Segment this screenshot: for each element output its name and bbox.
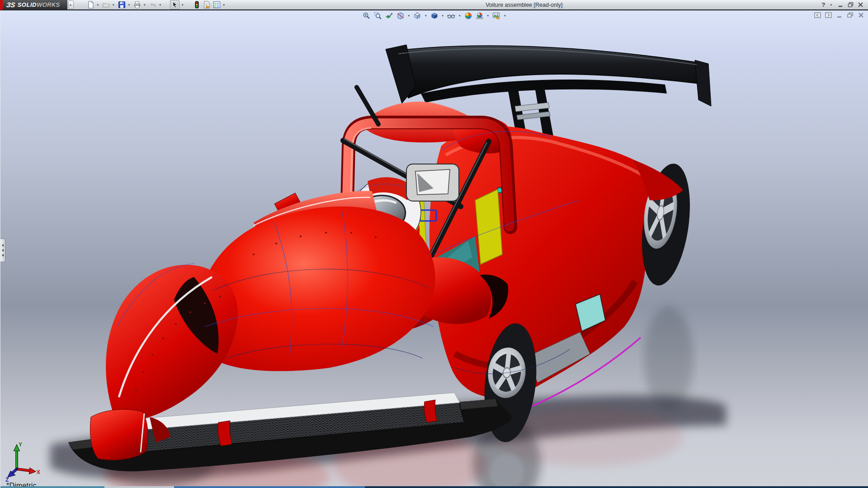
menu-flyout-arrow[interactable]: ▸ bbox=[68, 0, 74, 9]
help-dropdown[interactable]: ▾ bbox=[830, 3, 832, 7]
open-document-button[interactable] bbox=[102, 0, 110, 9]
close-icon bbox=[858, 2, 863, 8]
graphics-viewport[interactable]: ▾ ▾ ▾ ▾ ▾ ▾ bbox=[0, 10, 868, 488]
undo-icon bbox=[149, 1, 157, 9]
select-tool-button[interactable] bbox=[170, 0, 179, 9]
heads-up-view-toolbar: ▾ ▾ ▾ ▾ ▾ ▾ bbox=[362, 11, 506, 20]
triad-x-label: X bbox=[37, 469, 40, 475]
zoom-to-area-button[interactable] bbox=[373, 11, 382, 20]
section-view-dropdown[interactable]: ▾ bbox=[408, 14, 410, 18]
file-properties-icon bbox=[203, 1, 211, 9]
document-window-controls bbox=[814, 12, 864, 18]
chevron-left-icon bbox=[2, 244, 4, 247]
window-controls: ? ▾ bbox=[822, 1, 868, 8]
titlebar: ЗSSOLIDWORKS ▸ ▾ ▾ ▾ ▾ ▾ ▾ bbox=[0, 0, 868, 10]
edit-appearance-button[interactable] bbox=[464, 11, 473, 20]
doc-restore-icon[interactable] bbox=[847, 12, 854, 18]
options-icon bbox=[213, 1, 221, 9]
view-orientation-dropdown[interactable]: ▾ bbox=[425, 14, 427, 18]
air-intake bbox=[406, 164, 459, 201]
close-button[interactable] bbox=[858, 2, 863, 8]
view-settings-button[interactable] bbox=[492, 11, 501, 20]
print-dropdown[interactable]: ▾ bbox=[144, 3, 146, 7]
doc-minimize-icon[interactable] bbox=[836, 12, 843, 18]
pane-left-icon[interactable] bbox=[814, 12, 821, 18]
triad-y-label: Y bbox=[19, 441, 22, 448]
apply-scene-dropdown[interactable]: ▾ bbox=[487, 14, 489, 18]
display-style-dropdown[interactable]: ▾ bbox=[442, 14, 443, 18]
new-dropdown[interactable]: ▾ bbox=[97, 3, 99, 7]
zoom-to-area-icon bbox=[373, 12, 382, 20]
rebuild-button[interactable] bbox=[193, 0, 201, 9]
minimize-icon bbox=[838, 2, 844, 8]
hide-show-dropdown[interactable]: ▾ bbox=[459, 14, 461, 18]
display-style-button[interactable] bbox=[429, 11, 439, 20]
save-icon bbox=[118, 1, 126, 9]
doc-close-icon[interactable] bbox=[858, 12, 864, 18]
solidworks-logo: ЗSSOLIDWORKS bbox=[0, 0, 67, 10]
select-cursor-icon bbox=[171, 1, 179, 9]
logo-mark: ЗS bbox=[6, 1, 16, 9]
help-button[interactable]: ? bbox=[822, 1, 826, 8]
open-dropdown[interactable]: ▾ bbox=[113, 3, 114, 7]
new-document-button[interactable] bbox=[86, 0, 95, 9]
apply-scene-button[interactable] bbox=[475, 11, 484, 20]
main-toolbar: ▾ ▾ ▾ ▾ ▾ ▾ bbox=[86, 0, 227, 9]
new-document-icon bbox=[87, 1, 94, 9]
undo-button[interactable] bbox=[149, 0, 157, 9]
3d-model-voiture[interactable] bbox=[0, 10, 868, 488]
view-orientation-button[interactable] bbox=[413, 11, 422, 20]
section-view-button[interactable] bbox=[396, 11, 405, 20]
save-dropdown[interactable]: ▾ bbox=[128, 3, 130, 7]
chevron-left-icon bbox=[2, 254, 4, 257]
chevron-left-icon bbox=[2, 249, 4, 252]
display-style-icon bbox=[430, 12, 438, 20]
previous-view-icon bbox=[385, 12, 393, 20]
view-orientation-icon bbox=[413, 12, 421, 20]
reference-triad: Y X Z bbox=[5, 441, 43, 483]
view-settings-dropdown[interactable]: ▾ bbox=[504, 14, 506, 18]
rebuild-traffic-light-icon bbox=[193, 1, 201, 9]
pane-right-icon[interactable] bbox=[825, 12, 832, 18]
section-view-icon bbox=[396, 12, 404, 20]
minimize-button[interactable] bbox=[838, 2, 844, 8]
window-bottom-edge bbox=[0, 486, 868, 488]
save-button[interactable] bbox=[118, 0, 126, 9]
edit-appearance-icon bbox=[464, 12, 472, 20]
restore-button[interactable] bbox=[848, 2, 854, 8]
file-properties-button[interactable] bbox=[203, 0, 211, 9]
options-dropdown[interactable]: ▾ bbox=[223, 3, 225, 7]
print-icon bbox=[133, 1, 141, 9]
options-button[interactable] bbox=[212, 0, 221, 9]
hide-show-items-icon bbox=[447, 12, 455, 20]
solidworks-window: ЗSSOLIDWORKS ▸ ▾ ▾ ▾ ▾ ▾ ▾ bbox=[0, 0, 868, 488]
view-settings-icon bbox=[492, 12, 500, 20]
previous-view-button[interactable] bbox=[384, 11, 393, 20]
restore-icon bbox=[848, 2, 854, 8]
select-dropdown[interactable]: ▾ bbox=[182, 3, 184, 7]
undo-dropdown[interactable]: ▾ bbox=[160, 3, 161, 7]
zoom-to-fit-button[interactable] bbox=[362, 11, 371, 20]
print-button[interactable] bbox=[133, 0, 142, 9]
apply-scene-icon bbox=[476, 12, 484, 20]
feature-tree-collapsed-tab[interactable] bbox=[0, 239, 5, 262]
hide-show-items-button[interactable] bbox=[447, 11, 456, 20]
zoom-to-fit-icon bbox=[362, 12, 370, 20]
document-title: Voiture assemblee [Read-only] bbox=[226, 2, 821, 8]
open-document-icon bbox=[102, 1, 110, 9]
